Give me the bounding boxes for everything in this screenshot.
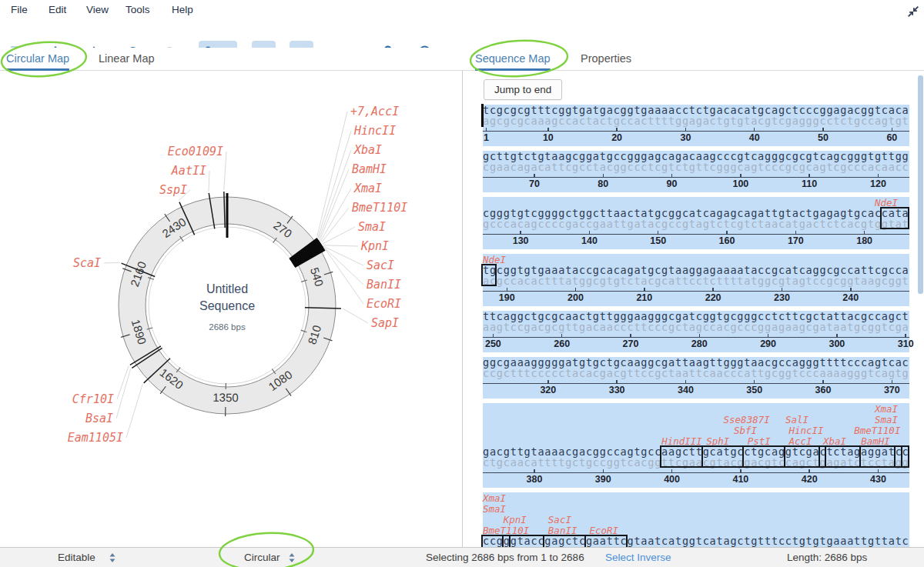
bottom-strand[interactable]: ccgctttccccctacacgacgttccgctaattcaacccat… — [483, 368, 909, 379]
top-strand[interactable]: ggcgaaagggggatgtgctgcaaggcgattaagttgggta… — [483, 357, 909, 368]
enzyme-label-line: Sse8387ISalISmaI — [483, 414, 909, 425]
sequence-row[interactable]: NdeIcgggtgtcggggctggcttaactatgcggcatcaga… — [483, 197, 909, 249]
map-enzyme-label-XbaI[interactable]: XbaI — [353, 143, 382, 157]
scrollbar-thumb[interactable] — [918, 75, 923, 294]
map-enzyme-label-BsaI[interactable]: BsaI — [85, 412, 113, 425]
map-enzyme-label-SspI[interactable]: SspI — [159, 183, 187, 197]
axis-number: 310 — [898, 339, 914, 349]
map-enzyme-label-SacI[interactable]: SacI — [367, 258, 394, 272]
restriction-site-box[interactable] — [880, 207, 909, 229]
menu-bar: File Edit View Tools Help — [0, 0, 924, 20]
enzyme-label-Sse8387I[interactable]: Sse8387I — [724, 414, 770, 425]
enzyme-label-SmaI[interactable]: SmaI — [875, 414, 898, 425]
bottom-strand[interactable]: agcgcgcaaagccactactgccacttttggagactgtgta… — [483, 115, 909, 126]
enzyme-label-XmaI[interactable]: XmaI — [483, 492, 506, 504]
map-enzyme-label-+7,AccI[interactable]: +7,AccI — [350, 105, 399, 118]
top-strand[interactable]: gcttgtctgtaagcggatgccgggagcagacaagcccgtc… — [483, 151, 909, 162]
restriction-site-box[interactable] — [543, 535, 586, 547]
tab-sequence-map[interactable]: Sequence Map — [475, 48, 551, 71]
axis-number: 200 — [567, 292, 584, 303]
restriction-site-box[interactable] — [742, 445, 785, 468]
enzyme-label-SalI[interactable]: SalI — [785, 414, 808, 425]
selection-status: Selecting 2686 bps from 1 to 2686 — [426, 552, 584, 563]
menu-view[interactable]: View — [86, 4, 109, 15]
axis-number: 360 — [815, 385, 832, 395]
map-enzyme-label-XmaI[interactable]: XmaI — [353, 182, 382, 195]
top-strand[interactable]: ttcaggctgcgcaactgttgggaagggcgatcggtgcggg… — [483, 311, 909, 322]
enzyme-label-line: XmaI — [483, 492, 909, 503]
top-strand[interactable]: tcgcgcgtttcggtgatgacggtgaaaacctctgacacat… — [483, 105, 909, 115]
sequence-row[interactable]: gcttgtctgtaagcggatgccgggagcagacaagcccgtc… — [483, 151, 909, 192]
sequence-row[interactable]: tcgcgcgtttcggtgatgacggtgaaaacctctgacacat… — [483, 105, 909, 146]
menu-help[interactable]: Help — [172, 4, 193, 15]
position-axis: 190200210220230240 — [483, 286, 909, 306]
map-enzyme-label-BmeT110I[interactable]: BmeT110I — [352, 201, 407, 215]
map-enzyme-label-KpnI[interactable]: KpnI — [360, 239, 389, 253]
bottom-strand[interactable]: acgccacactttatggcgtgtctacgcattcctcttttat… — [483, 275, 909, 286]
select-inverse-link[interactable]: Select Inverse — [605, 552, 671, 563]
axis-number: 290 — [760, 339, 776, 349]
menu-edit[interactable]: Edit — [49, 4, 66, 15]
topology-select[interactable]: Circular — [244, 552, 280, 563]
sequence-row[interactable]: NdeItgcggtgtgaaataccgcacagatgcgtaaggagaa… — [483, 254, 909, 306]
map-enzyme-label-HincII[interactable]: HincII — [353, 124, 396, 138]
menu-file[interactable]: File — [11, 4, 28, 15]
restriction-site-box[interactable] — [894, 445, 909, 468]
restriction-site-box[interactable] — [701, 445, 745, 468]
collapse-window-icon[interactable] — [906, 5, 920, 18]
enzyme-label-XmaI[interactable]: XmaI — [875, 403, 898, 415]
bottom-strand[interactable]: cgaacagacattcgcctacggccctcgtctgttcgggcag… — [483, 162, 909, 172]
position-axis: 250260270280290300310 — [483, 332, 909, 352]
map-enzyme-label-BamHI[interactable]: BamHI — [352, 162, 387, 176]
axis-number: 210 — [636, 292, 652, 303]
status-bar: Editable Circular Selecting 2686 bps fro… — [0, 547, 924, 567]
enzyme-label-SmaI[interactable]: SmaI — [483, 503, 506, 515]
map-enzyme-label-SmaI[interactable]: SmaI — [358, 220, 386, 234]
toolbar: ↶ ↷ — [0, 20, 924, 48]
axis-number: 230 — [774, 292, 790, 303]
menu-tools[interactable]: Tools — [126, 4, 150, 15]
restriction-site-box[interactable] — [660, 445, 703, 468]
topology-sort-icon[interactable] — [288, 552, 296, 563]
axis-number: 90 — [667, 178, 678, 189]
enzyme-label-KpnI[interactable]: KpnI — [504, 514, 527, 525]
top-strand[interactable]: tgcggtgtgaaataccgcacagatgcgtaaggagaaaata… — [483, 265, 909, 275]
sequence-map-panel[interactable]: Jump to end tcgcgcgtttcggtgatgacggtgaaaa… — [463, 71, 924, 547]
circular-map-panel[interactable]: 270540810108013501620189021602430+7,AccI… — [0, 71, 462, 547]
map-enzyme-label-ScaI[interactable]: ScaI — [73, 256, 101, 270]
map-enzyme-label-Eco0109I[interactable]: Eco0109I — [168, 145, 223, 158]
enzyme-label-SbfI[interactable]: SbfI — [734, 425, 757, 436]
editable-sort-icon[interactable] — [109, 552, 116, 563]
position-axis: 1102030405060 — [483, 126, 909, 146]
map-enzyme-label-SapI[interactable]: SapI — [371, 316, 399, 330]
sequence-row[interactable]: XmaISse8387ISalISmaISbfIHincIIBmeT110IHi… — [483, 403, 909, 488]
tab-properties[interactable]: Properties — [581, 48, 631, 71]
axis-number: 70 — [529, 178, 540, 189]
enzyme-label-SacI[interactable]: SacI — [548, 514, 571, 525]
axis-number: 240 — [842, 292, 859, 303]
restriction-site-box[interactable] — [819, 445, 862, 468]
sequence-row[interactable]: ttcaggctgcgcaactgttgggaagggcgatcggtgcggg… — [483, 311, 909, 352]
axis-number: 50 — [818, 132, 829, 143]
map-enzyme-label-Cfr10I[interactable]: Cfr10I — [72, 392, 114, 406]
top-strand[interactable]: cgggtgtcggggctggcttaactatgcggcatcagagcag… — [483, 208, 909, 218]
bottom-strand[interactable]: gcccacagccccgaccgaattgatacgccgtagtctcgtc… — [483, 218, 909, 229]
circular-plasmid-map[interactable]: 270540810108013501620189021602430+7,AccI… — [0, 71, 462, 547]
editable-select[interactable]: Editable — [58, 552, 95, 563]
axis-number: 270 — [623, 339, 639, 349]
tab-circular-map[interactable]: Circular Map — [6, 48, 69, 71]
restriction-site-box[interactable] — [584, 535, 628, 547]
bottom-strand[interactable]: aagtccgacgcgttgacaacccttcccgctagccacgccc… — [483, 322, 909, 332]
tab-linear-map[interactable]: Linear Map — [99, 48, 155, 71]
restriction-site-box[interactable] — [502, 535, 545, 547]
sequence-row[interactable]: XmaISmaIKpnISacIBmeT110IBanIIEcoRIccgggt… — [483, 492, 909, 547]
sequence-row[interactable]: ggcgaaagggggatgtgctgcaaggcgattaagttgggta… — [483, 357, 909, 399]
map-enzyme-label-Eam1105I[interactable]: Eam1105I — [68, 431, 123, 445]
map-enzyme-label-AatII[interactable]: AatII — [171, 164, 206, 178]
jump-to-end-button[interactable]: Jump to end — [484, 79, 562, 100]
enzyme-label-BmeT110I[interactable]: BmeT110I — [854, 425, 900, 436]
map-enzyme-label-EcoRI[interactable]: EcoRI — [367, 297, 401, 311]
restriction-site-box[interactable] — [481, 264, 497, 286]
enzyme-label-HincII[interactable]: HincII — [788, 425, 823, 436]
map-enzyme-label-BanII[interactable]: BanII — [367, 278, 401, 292]
